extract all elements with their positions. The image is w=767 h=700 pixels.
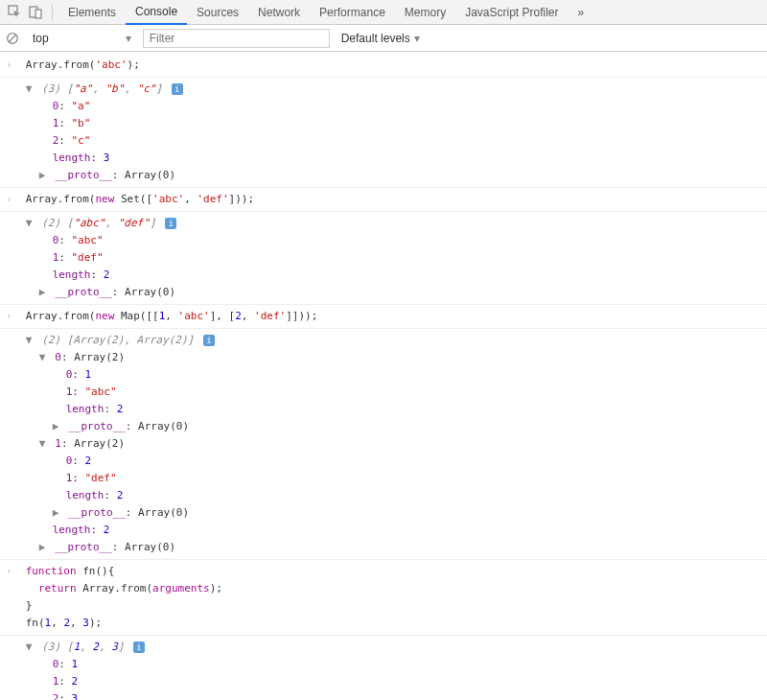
info-icon[interactable]: i <box>172 83 183 95</box>
tab-performance[interactable]: Performance <box>310 0 395 25</box>
length-prop: length: 2 <box>26 401 755 418</box>
array-item: 2: 3 <box>26 690 755 700</box>
dropdown-icon: ▾ <box>414 32 420 45</box>
disclosure-open-icon: ▼ <box>39 435 49 453</box>
tab-network[interactable]: Network <box>248 0 310 25</box>
tab-memory[interactable]: Memory <box>395 0 455 25</box>
info-icon[interactable]: i <box>133 642 145 653</box>
tab-elements[interactable]: Elements <box>58 0 126 25</box>
array-item: 0: 2 <box>26 453 755 470</box>
console-output-row: ▼ (3) ["a", "b", "c"] i 0: "a" 1: "b" 2:… <box>0 78 767 188</box>
proto-row[interactable]: ▶ __proto__: Array(0) <box>26 539 755 556</box>
console-output-row: ▼ (3) [1, 2, 3] i 0: 1 1: 2 2: 3 length:… <box>0 636 767 700</box>
context-label: top <box>33 32 49 45</box>
array-header[interactable]: ▼ (3) ["a", "b", "c"] i <box>26 81 755 98</box>
code-line: Array.from(new Set(['abc', 'def'])); <box>26 191 755 208</box>
context-selector[interactable]: top ▾ <box>27 30 137 47</box>
devtools-toolbar: Elements Console Sources Network Perform… <box>0 0 767 25</box>
proto-row[interactable]: ▶ __proto__: Array(0) <box>26 504 755 522</box>
prompt-icon: › <box>6 308 19 325</box>
disclosure-closed-icon: ▶ <box>39 284 49 301</box>
code-line: Array.from(new Map([[1, 'abc'], [2, 'def… <box>26 308 755 325</box>
device-icon[interactable] <box>25 2 46 23</box>
disclosure-closed-icon: ▶ <box>53 418 62 435</box>
separator <box>52 5 53 20</box>
prompt-icon: › <box>6 57 19 74</box>
array-item: 1: "b" <box>26 115 755 132</box>
dropdown-icon: ▾ <box>126 32 131 45</box>
length-prop: length: 2 <box>26 267 755 284</box>
inspect-icon[interactable] <box>4 2 25 23</box>
array-header[interactable]: ▼ (2) ["abc", "def"] i <box>26 215 755 232</box>
console-output-row: ▼ (2) ["abc", "def"] i 0: "abc" 1: "def"… <box>0 212 767 305</box>
more-tabs[interactable]: » <box>569 6 594 19</box>
array-header[interactable]: ▼ (2) [Array(2), Array(2)] i <box>26 332 755 349</box>
code-line: Array.from('abc'); <box>26 57 755 74</box>
disclosure-open-icon: ▼ <box>26 639 35 656</box>
console-input-row: › Array.from('abc'); <box>0 54 767 78</box>
panel-tabs: Elements Console Sources Network Perform… <box>58 0 593 25</box>
info-icon[interactable]: i <box>165 218 176 229</box>
array-item: 1: "def" <box>26 249 755 267</box>
prompt-icon: › <box>6 191 19 208</box>
console-output: › Array.from('abc'); ▼ (3) ["a", "b", "c… <box>0 52 767 700</box>
array-header[interactable]: ▼ (3) [1, 2, 3] i <box>26 639 755 656</box>
info-icon[interactable]: i <box>203 335 215 346</box>
array-item: 2: "c" <box>26 132 755 150</box>
console-input-row: › Array.from(new Map([[1, 'abc'], [2, 'd… <box>0 305 767 329</box>
disclosure-open-icon: ▼ <box>39 349 49 366</box>
disclosure-closed-icon: ▶ <box>39 539 49 556</box>
array-item: 1: 2 <box>26 673 755 690</box>
nested-array-header[interactable]: ▼ 0: Array(2) <box>26 349 755 366</box>
proto-row[interactable]: ▶ __proto__: Array(0) <box>26 418 755 435</box>
tab-console[interactable]: Console <box>126 0 187 25</box>
code-block: function fn(){ return Array.from(argumen… <box>26 563 755 632</box>
length-prop: length: 2 <box>26 522 755 539</box>
array-item: 1: "abc" <box>26 384 755 401</box>
svg-line-4 <box>9 35 15 41</box>
array-item: 0: 1 <box>26 656 755 673</box>
tab-jsprofiler[interactable]: JavaScript Profiler <box>455 0 568 25</box>
disclosure-closed-icon: ▶ <box>53 504 62 522</box>
console-input-row: › Array.from(new Set(['abc', 'def'])); <box>0 188 767 212</box>
svg-rect-2 <box>35 10 41 18</box>
length-prop: length: 2 <box>26 487 755 504</box>
clear-console-icon[interactable] <box>4 30 21 47</box>
proto-row[interactable]: ▶ __proto__: Array(0) <box>26 284 755 301</box>
console-input-row: › function fn(){ return Array.from(argum… <box>0 560 767 636</box>
console-filterbar: top ▾ Default levels ▾ <box>0 25 767 52</box>
array-item: 0: "a" <box>26 98 755 115</box>
disclosure-closed-icon: ▶ <box>39 167 49 184</box>
disclosure-open-icon: ▼ <box>26 332 35 349</box>
prompt-icon: › <box>6 563 19 580</box>
proto-row[interactable]: ▶ __proto__: Array(0) <box>26 167 755 184</box>
filter-input[interactable] <box>143 29 330 48</box>
array-item: 0: 1 <box>26 366 755 384</box>
log-levels-selector[interactable]: Default levels ▾ <box>336 32 426 45</box>
console-output-row: ▼ (2) [Array(2), Array(2)] i ▼ 0: Array(… <box>0 329 767 560</box>
tab-sources[interactable]: Sources <box>187 0 248 25</box>
disclosure-open-icon: ▼ <box>26 81 35 98</box>
length-prop: length: 3 <box>26 150 755 167</box>
disclosure-open-icon: ▼ <box>26 215 35 232</box>
array-item: 0: "abc" <box>26 232 755 249</box>
levels-label: Default levels <box>341 32 410 45</box>
nested-array-header[interactable]: ▼ 1: Array(2) <box>26 435 755 453</box>
array-item: 1: "def" <box>26 470 755 487</box>
